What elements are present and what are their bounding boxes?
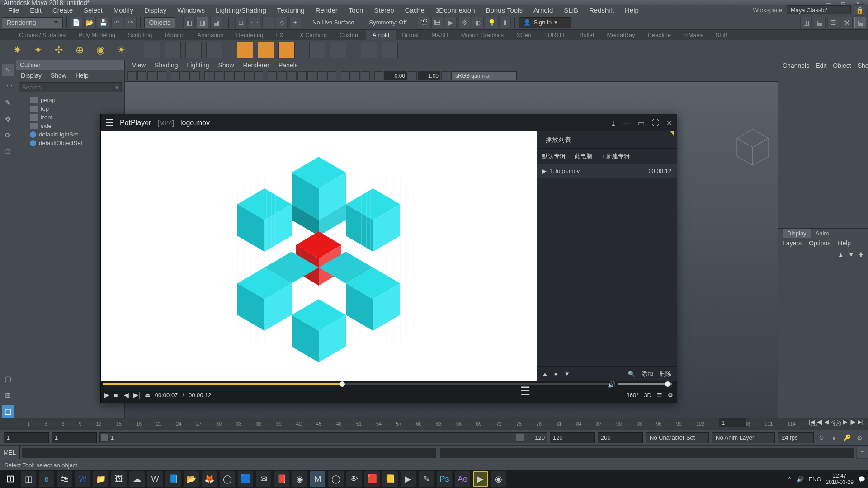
word-icon[interactable]: W: [75, 471, 90, 487]
menu-windows[interactable]: Windows: [172, 5, 210, 15]
photoshop-icon[interactable]: Ps: [437, 471, 452, 487]
modeling-toolkit-icon[interactable]: ◫: [800, 17, 812, 28]
menu-display[interactable]: Display: [139, 5, 172, 15]
firefox-icon[interactable]: 🦊: [202, 471, 217, 487]
vp-menu-shading[interactable]: Shading: [155, 61, 178, 69]
start-frame-field[interactable]: 1: [4, 432, 49, 443]
shelf-tab-mograph[interactable]: Motion Graphics: [455, 30, 510, 40]
task-view-icon[interactable]: ◫: [21, 471, 36, 487]
shelf-tab-render[interactable]: Rendering: [230, 30, 269, 40]
vp-shadows-icon[interactable]: [307, 71, 316, 80]
vp-tool-7[interactable]: [191, 71, 200, 80]
playlist-tab-computer[interactable]: 此电脑: [575, 152, 592, 160]
shelf-tab-poly[interactable]: Poly Modeling: [72, 30, 122, 40]
fps-dropdown[interactable]: 24 fps: [778, 432, 814, 443]
tx-manager-icon[interactable]: [237, 42, 253, 58]
layer-menu-help[interactable]: Help: [838, 239, 851, 247]
menu-select[interactable]: Select: [78, 5, 108, 15]
volume-bar[interactable]: [618, 383, 672, 385]
app-3-icon[interactable]: 📘: [165, 471, 181, 487]
vp-safe-action-icon[interactable]: [254, 71, 263, 80]
vp-colorspace-dropdown[interactable]: sRGB gamma: [451, 71, 517, 80]
app-7-icon[interactable]: 👁: [346, 471, 362, 487]
vp-tool-2[interactable]: [137, 71, 146, 80]
play-forward-icon[interactable]: ▷: [837, 418, 841, 425]
vp-menu-renderer[interactable]: Renderer: [243, 61, 269, 69]
area-light-icon[interactable]: ✷: [9, 42, 25, 58]
playlist-search-icon[interactable]: 🔍: [628, 371, 635, 377]
minimize-button[interactable]: —: [822, 1, 835, 5]
snap-curve-icon[interactable]: 〰: [249, 17, 260, 28]
menu-lighting-shading[interactable]: Lighting/Shading: [210, 5, 272, 15]
open-scene-icon[interactable]: 📂: [84, 17, 96, 28]
viewcube-icon[interactable]: [732, 127, 773, 168]
layer-menu-options[interactable]: Options: [809, 239, 830, 247]
playlist-item[interactable]: ▶ 1. logo.mov 00:00:12: [537, 164, 677, 178]
vp-wireframe-icon[interactable]: [268, 71, 277, 80]
app-11-icon[interactable]: ✎: [419, 471, 434, 487]
volume-knob[interactable]: [665, 381, 670, 387]
vp-exposure-field[interactable]: 0.00: [384, 71, 407, 80]
layer-create-icon[interactable]: ✚: [859, 251, 863, 258]
outliner-menu-display[interactable]: Display: [21, 72, 42, 79]
light-editor-icon[interactable]: 💡: [486, 17, 497, 28]
end-frame-field[interactable]: 200: [598, 432, 643, 443]
anim-layer-dropdown[interactable]: No Anim Layer: [712, 432, 775, 443]
layer-tab-anim[interactable]: Anim: [811, 229, 834, 238]
snap-point-icon[interactable]: ·: [262, 17, 274, 28]
menu-create[interactable]: Create: [47, 5, 78, 15]
play-pause-button[interactable]: ▶: [104, 391, 109, 399]
vp-tool-3[interactable]: [147, 71, 156, 80]
cb-tab-object[interactable]: Object: [833, 62, 851, 69]
outliner-search[interactable]: Search...▾: [19, 82, 122, 92]
go-to-end-icon[interactable]: ▶|: [858, 418, 863, 425]
script-lang-toggle[interactable]: MEL: [0, 446, 20, 459]
vp-isolate-icon[interactable]: [341, 71, 350, 80]
step-forward-key-icon[interactable]: |▶: [849, 418, 855, 425]
hamburger-icon[interactable]: ☰: [105, 117, 113, 128]
save-scene-icon[interactable]: 💾: [98, 17, 109, 28]
lock-icon[interactable]: 🔒: [854, 4, 865, 16]
range-slider-end-handle[interactable]: [516, 434, 524, 442]
aftereffects-icon[interactable]: Ae: [455, 471, 470, 487]
selection-mode-dropdown[interactable]: Objects: [144, 17, 175, 28]
shelf-tab-mentalray[interactable]: MentalRay: [600, 30, 641, 40]
scale-tool-icon[interactable]: □: [2, 145, 14, 158]
app-2-icon[interactable]: ☁: [129, 471, 145, 487]
shelf-tab-deadline[interactable]: Deadline: [642, 30, 677, 40]
app-9-icon[interactable]: 📒: [382, 471, 398, 487]
playlist-delete-button[interactable]: 删除: [660, 370, 671, 378]
menu-render[interactable]: Render: [310, 5, 343, 15]
maya-taskbar-icon[interactable]: M: [310, 471, 326, 487]
lasso-tool-icon[interactable]: 〰: [2, 80, 14, 93]
potplayer-taskbar-icon[interactable]: ▶: [473, 471, 488, 487]
vp-tool-6[interactable]: [181, 71, 190, 80]
shelf-tab-fxcache[interactable]: FX Caching: [290, 30, 333, 40]
tool-settings-icon[interactable]: ⚒: [841, 17, 853, 28]
chrome-icon[interactable]: ◯: [220, 471, 235, 487]
range-start-field[interactable]: 1: [52, 432, 97, 443]
workspace-dropdown[interactable]: Maya Classic*: [787, 5, 851, 14]
shelf-tab-sculpt[interactable]: Sculpting: [122, 30, 158, 40]
range-slider[interactable]: 1 120: [99, 432, 547, 443]
pot-minimize-icon[interactable]: —: [623, 119, 631, 127]
shelf-tab-fx[interactable]: FX: [269, 30, 290, 40]
snap-grid-icon[interactable]: ⊞: [235, 17, 247, 28]
word-taskbar-icon[interactable]: W: [147, 471, 163, 487]
tray-chevron-icon[interactable]: ⌃: [787, 476, 792, 483]
notifications-icon[interactable]: 💬: [858, 476, 865, 483]
menu-file[interactable]: File: [3, 5, 24, 15]
menu-bonustools[interactable]: Bonus Tools: [481, 5, 528, 15]
obs-icon[interactable]: ◉: [491, 471, 506, 487]
file-explorer-icon[interactable]: 📁: [93, 471, 108, 487]
stop-button[interactable]: ■: [114, 391, 118, 399]
curve-collector-icon[interactable]: [185, 42, 202, 58]
prefs-icon[interactable]: ⚙: [854, 433, 864, 443]
vp-grid-icon[interactable]: [204, 71, 213, 80]
playlist-sort-down-icon[interactable]: ▼: [564, 371, 570, 377]
volume-icon[interactable]: [206, 42, 222, 58]
step-forward-icon[interactable]: ▶: [843, 418, 848, 425]
cb-tab-edit[interactable]: Edit: [816, 62, 826, 69]
vp-film-gate-icon[interactable]: [214, 71, 223, 80]
redo-icon[interactable]: ↷: [125, 17, 137, 28]
